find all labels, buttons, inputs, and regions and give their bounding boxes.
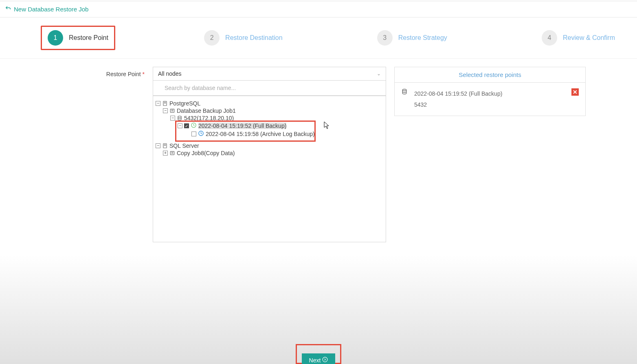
selected-item-sub: 5432: [414, 99, 565, 110]
svg-point-16: [323, 357, 328, 362]
selected-item-title: 2022-08-04 15:19:52 (Full Backup): [414, 88, 565, 99]
restore-point-tree: − PostgreSQL −: [153, 96, 386, 242]
back-arrow-icon[interactable]: [5, 5, 11, 13]
database-icon: [177, 115, 182, 121]
page-title: New Database Restore Job: [14, 6, 88, 13]
step-number: 4: [542, 30, 557, 46]
step-review-confirm[interactable]: 4 Review & Confirm: [536, 27, 621, 49]
step-number: 3: [377, 30, 393, 46]
tree-node-postgresql[interactable]: PostgreSQL: [169, 100, 200, 107]
tree-node-job1[interactable]: Database Backup Job1: [177, 107, 236, 114]
collapse-icon[interactable]: −: [156, 143, 160, 148]
job-icon: [169, 108, 175, 114]
step-label: Restore Strategy: [398, 34, 447, 42]
tree-node-log-backup[interactable]: 2022-08-04 15:19:58 (Archive Log Backup): [206, 131, 315, 137]
selected-restore-point: 2022-08-04 15:19:52 (Full Backup) 5432 ✕: [394, 83, 586, 116]
arrow-right-icon: [322, 357, 328, 364]
collapse-icon[interactable]: −: [156, 101, 160, 106]
checkbox-log-backup[interactable]: [191, 132, 196, 136]
next-button[interactable]: Next: [302, 353, 336, 364]
remove-selected-button[interactable]: ✕: [571, 88, 579, 96]
step-restore-point[interactable]: 1 Restore Point: [41, 26, 115, 50]
page-header: New Database Restore Job: [0, 1, 637, 18]
chevron-down-icon: ⌄: [377, 71, 381, 77]
expand-icon[interactable]: +: [163, 151, 168, 156]
collapse-icon[interactable]: −: [170, 116, 175, 121]
step-label: Restore Destination: [225, 34, 283, 42]
wizard-steps: 1 Restore Point 2 Restore Destination 3 …: [0, 18, 637, 59]
tree-node-sqlserver[interactable]: SQL Server: [169, 143, 199, 149]
tree-node-copyjob[interactable]: Copy Job8(Copy Data): [177, 150, 235, 156]
restore-point-label: Restore Point: [106, 71, 145, 77]
svg-point-15: [402, 89, 406, 91]
collapse-icon[interactable]: −: [163, 108, 168, 113]
node-filter-value: All nodes: [158, 70, 182, 77]
svg-point-6: [178, 116, 181, 118]
clock-icon: [198, 130, 204, 138]
step-restore-destination[interactable]: 2 Restore Destination: [198, 27, 288, 49]
job-icon: [169, 150, 175, 156]
search-input[interactable]: [153, 81, 386, 95]
step-label: Restore Point: [69, 34, 108, 42]
step-number: 1: [48, 30, 63, 46]
database-icon: [401, 88, 408, 96]
step-label: Review & Confirm: [563, 34, 615, 42]
node-filter-select[interactable]: All nodes ⌄: [153, 67, 386, 81]
selected-points-header: Selected restore points: [394, 67, 586, 83]
server-icon: [162, 101, 168, 106]
step-restore-strategy[interactable]: 3 Restore Strategy: [371, 27, 453, 49]
next-label: Next: [309, 357, 321, 364]
step-number: 2: [204, 30, 220, 46]
server-icon: [162, 143, 168, 149]
